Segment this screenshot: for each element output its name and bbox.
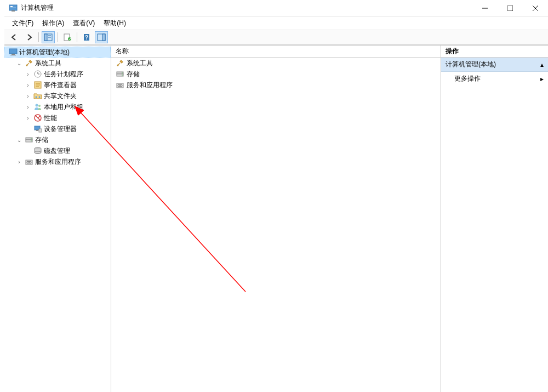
performance-icon: [33, 113, 42, 122]
tree-performance[interactable]: › 性能: [22, 112, 111, 123]
properties-button[interactable]: [61, 31, 74, 43]
window-title: 计算机管理: [21, 3, 472, 13]
list-panel: 名称 系统工具 存储 服务和应用程序: [111, 46, 441, 392]
list-item-label: 系统工具: [127, 59, 153, 68]
toolbar: ?: [4, 30, 548, 45]
actions-more[interactable]: 更多操作 ▸: [441, 72, 548, 86]
svg-point-30: [39, 96, 41, 98]
folder-share-icon: [33, 92, 42, 100]
svg-point-21: [26, 65, 28, 66]
svg-point-32: [38, 105, 41, 107]
actions-more-label: 更多操作: [454, 74, 481, 83]
expand-icon[interactable]: ›: [15, 158, 23, 166]
menu-help[interactable]: 帮助(H): [100, 18, 129, 29]
tree-services-apps-label: 服务和应用程序: [35, 157, 81, 167]
tools-icon: [116, 59, 124, 67]
list-item-label: 服务和应用程序: [127, 81, 173, 90]
tree-storage-label: 存储: [35, 135, 48, 145]
tree-root-label: 计算机管理(本地): [19, 48, 70, 57]
tree-shared-folders-label: 共享文件夹: [44, 92, 77, 101]
expand-icon[interactable]: ›: [24, 92, 32, 100]
svg-point-52: [122, 75, 123, 76]
tree-storage[interactable]: ⌄ 存储: [13, 134, 111, 145]
services-icon: [116, 81, 124, 89]
collapse-icon: ▴: [540, 61, 544, 69]
svg-point-48: [117, 65, 119, 66]
help-button[interactable]: ?: [80, 31, 93, 43]
titlebar: 计算机管理: [4, 0, 548, 16]
svg-point-41: [31, 138, 32, 139]
tree-shared-folders[interactable]: › 共享文件夹: [22, 90, 111, 101]
toolbar-separator: [38, 32, 39, 42]
collapse-icon[interactable]: ⌄: [15, 136, 23, 144]
menu-action[interactable]: 操作(A): [39, 18, 67, 29]
content-area: 计算机管理(本地) ⌄ 系统工具 › 任务计划程序: [4, 45, 548, 392]
svg-point-13: [68, 37, 71, 41]
tree-system-tools-label: 系统工具: [35, 59, 61, 68]
list-item-storage[interactable]: 存储: [111, 69, 441, 79]
svg-point-42: [31, 140, 32, 141]
show-hide-actions-button[interactable]: [95, 31, 108, 43]
tree-event-viewer[interactable]: › 事件查看器: [22, 79, 111, 90]
tree-event-viewer-label: 事件查看器: [44, 81, 77, 90]
menu-file[interactable]: 文件(F): [9, 18, 37, 29]
clock-icon: [33, 70, 42, 78]
svg-rect-19: [12, 54, 15, 55]
svg-rect-1: [10, 6, 13, 7]
svg-point-51: [122, 72, 123, 73]
actions-group-label: 计算机管理(本地): [446, 60, 496, 69]
svg-rect-20: [10, 55, 16, 55]
svg-rect-17: [102, 34, 105, 41]
disk-icon: [33, 146, 42, 155]
svg-rect-37: [36, 130, 38, 131]
storage-icon: [25, 135, 33, 144]
back-button[interactable]: [8, 31, 21, 43]
show-hide-tree-button[interactable]: [42, 31, 55, 43]
svg-rect-9: [44, 34, 47, 41]
tree-disk-management-label: 磁盘管理: [44, 146, 70, 156]
tree-task-scheduler-label: 任务计划程序: [44, 70, 83, 79]
app-icon: [9, 4, 18, 13]
svg-rect-5: [507, 5, 513, 11]
list-header-name[interactable]: 名称: [111, 46, 441, 58]
menubar: 文件(F) 操作(A) 查看(V) 帮助(H): [4, 16, 548, 30]
tree-root[interactable]: 计算机管理(本地): [4, 47, 111, 58]
menu-view[interactable]: 查看(V): [70, 18, 98, 29]
svg-rect-38: [39, 129, 42, 132]
tree-local-users-groups[interactable]: › 本地用户和组: [22, 101, 111, 112]
expand-icon[interactable]: ›: [24, 81, 32, 89]
svg-text:?: ?: [85, 35, 88, 41]
list-item-services-apps[interactable]: 服务和应用程序: [111, 79, 441, 90]
computer-icon: [9, 48, 18, 56]
list-item-label: 存储: [127, 70, 140, 79]
tree-system-tools[interactable]: ⌄ 系统工具: [13, 58, 111, 69]
tree-local-users-groups-label: 本地用户和组: [44, 103, 83, 112]
expand-icon[interactable]: ›: [24, 70, 32, 78]
tree-task-scheduler[interactable]: › 任务计划程序: [22, 69, 111, 79]
actions-group-header[interactable]: 计算机管理(本地) ▴: [441, 58, 548, 72]
storage-icon: [116, 70, 124, 78]
maximize-button[interactable]: [498, 0, 523, 16]
toolbar-separator: [58, 32, 58, 42]
actions-header: 操作: [441, 46, 548, 58]
tree-panel: 计算机管理(本地) ⌄ 系统工具 › 任务计划程序: [4, 46, 111, 392]
collapse-icon[interactable]: ⌄: [15, 59, 23, 67]
minimize-button[interactable]: [472, 0, 498, 16]
tools-icon: [25, 59, 33, 67]
toolbar-separator: [77, 32, 77, 42]
tree-performance-label: 性能: [44, 113, 57, 123]
expand-icon[interactable]: ›: [24, 114, 32, 122]
svg-point-29: [36, 96, 37, 98]
forward-button[interactable]: [22, 31, 36, 43]
users-icon: [33, 103, 42, 111]
svg-rect-3: [12, 10, 15, 12]
expand-icon[interactable]: ›: [24, 103, 32, 111]
tree-services-apps[interactable]: › 服务和应用程序: [13, 156, 111, 167]
tree-device-manager-label: 设备管理器: [44, 124, 77, 134]
tree-disk-management[interactable]: › 磁盘管理: [22, 145, 111, 156]
svg-point-31: [36, 104, 38, 107]
tree-device-manager[interactable]: › 设备管理器: [22, 123, 111, 134]
close-button[interactable]: [523, 0, 548, 16]
device-icon: [33, 124, 42, 133]
list-item-system-tools[interactable]: 系统工具: [111, 58, 441, 69]
